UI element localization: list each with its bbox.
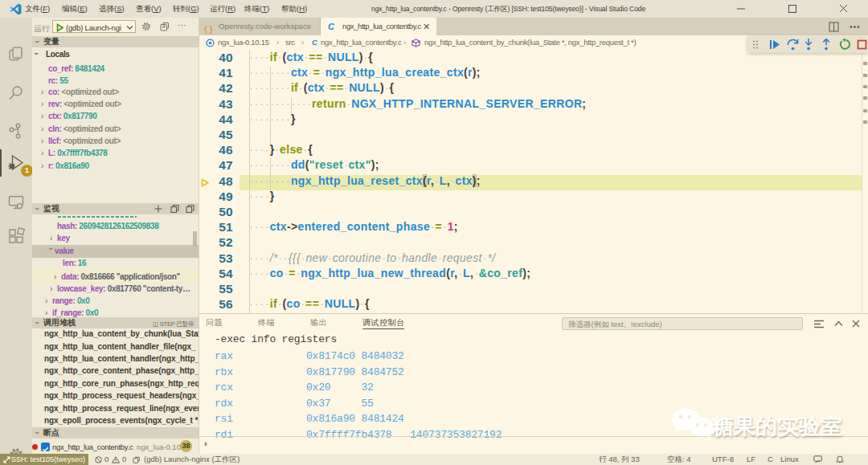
svg-text:糖果的实验室: 糖果的实验室 <box>711 414 842 438</box>
